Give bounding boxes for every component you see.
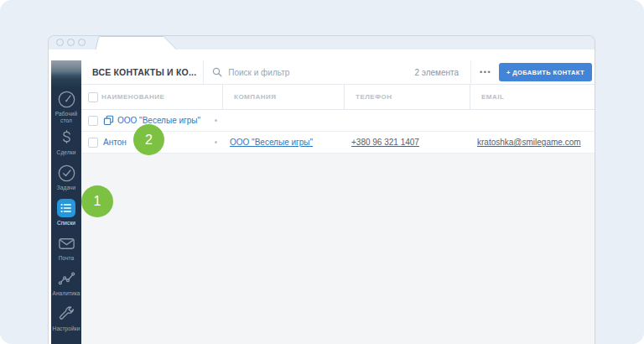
tasks-icon <box>57 164 76 183</box>
sidebar-item-label: Аналитика <box>52 290 80 297</box>
cell-email: kratoshka@smilegame.com <box>470 132 595 153</box>
analytics-icon <box>57 269 76 289</box>
settings-icon <box>57 305 76 324</box>
sidebar-item-label: Почта <box>59 255 75 262</box>
browser-window: Рабочий стол Сделки Задачи <box>48 35 595 344</box>
phone-link[interactable]: +380 96 321 1407 <box>351 138 419 147</box>
content-filler <box>81 154 595 344</box>
row-checkbox[interactable] <box>88 138 98 148</box>
sidebar-item-label: Списки <box>57 220 75 227</box>
sidebar-item-label: Задачи <box>57 185 75 191</box>
sidebar: Рабочий стол Сделки Задачи <box>51 60 81 344</box>
cell-company: ООО "Веселые игры" <box>222 132 344 153</box>
cell-phone <box>344 110 470 131</box>
sidebar-item-lists[interactable]: Списки <box>51 195 81 230</box>
browser-title-bar <box>49 36 595 50</box>
sidebar-item-mail[interactable]: Почта <box>51 230 81 265</box>
sidebar-item-dashboard[interactable]: Рабочий стол <box>51 89 81 124</box>
browser-tab[interactable] <box>49 36 191 50</box>
app-header: ВСЕ КОНТАКТЫ И КО... 2 элемента ••• + ДО… <box>81 60 595 85</box>
crm-app: Рабочий стол Сделки Задачи <box>51 60 595 344</box>
lists-icon <box>56 198 76 218</box>
sidebar-item-label: Сделки <box>57 149 76 156</box>
cell-email <box>470 110 595 131</box>
dashboard-icon <box>57 90 76 109</box>
header-divider-2 <box>470 60 471 84</box>
company-link[interactable]: ООО "Веселые игры" <box>230 138 313 147</box>
sidebar-item-tasks[interactable]: Задачи <box>51 159 81 195</box>
email-link[interactable]: kratoshka@smilegame.com <box>477 138 581 147</box>
column-header-name: НАИМЕНОВАНИЕ <box>81 85 222 109</box>
add-contact-button[interactable]: + ДОБАВИТЬ КОНТАКТ <box>499 63 592 81</box>
row-options-dot[interactable] <box>215 119 217 122</box>
column-label: ТЕЛЕФОН <box>356 93 392 101</box>
row-checkbox[interactable] <box>88 116 98 126</box>
sidebar-item-deals[interactable]: Сделки <box>51 124 81 159</box>
sidebar-item-settings[interactable]: Настройки <box>51 300 81 336</box>
contact-name-link[interactable]: ООО "Веселые игры" <box>117 116 200 125</box>
search-icon <box>212 67 222 77</box>
column-header-phone: ТЕЛЕФОН <box>344 85 470 109</box>
sidebar-item-label: Рабочий стол <box>51 111 81 124</box>
search-bar <box>204 67 389 78</box>
search-input[interactable] <box>226 67 389 78</box>
column-header-company: КОМПАНИЯ <box>222 85 344 109</box>
sidebar-item-analytics[interactable]: Аналитика <box>51 265 81 300</box>
sidebar-item-label: Настройки <box>53 326 80 332</box>
table-header: НАИМЕНОВАНИЕ КОМПАНИЯ ТЕЛЕФОН EMAIL <box>81 85 595 110</box>
deals-icon <box>57 128 76 148</box>
annotation-badge-1: 1 <box>81 185 113 217</box>
select-all-checkbox[interactable] <box>88 92 98 102</box>
header-right: 2 элемента ••• + ДОБАВИТЬ КОНТАКТ <box>415 60 595 84</box>
screenshot-canvas: Рабочий стол Сделки Задачи <box>0 0 644 344</box>
column-header-email: EMAIL <box>470 85 595 109</box>
column-label: НАИМЕНОВАНИЕ <box>101 93 164 101</box>
more-menu-icon[interactable]: ••• <box>480 68 491 76</box>
row-options-dot[interactable] <box>215 141 217 143</box>
items-count: 2 элемента <box>415 68 460 77</box>
annotation-badge-2: 2 <box>133 124 164 155</box>
cell-phone: +380 96 321 1407 <box>344 132 470 153</box>
column-label: EMAIL <box>481 93 504 101</box>
main-area: ВСЕ КОНТАКТЫ И КО... 2 элемента ••• + ДО… <box>81 60 595 344</box>
page-title: ВСЕ КОНТАКТЫ И КО... <box>92 67 196 77</box>
cell-company <box>222 110 344 131</box>
company-icon <box>103 115 114 126</box>
contact-name-link[interactable]: Антон <box>103 138 127 147</box>
account-photo[interactable] <box>51 60 81 89</box>
column-label: КОМПАНИЯ <box>234 93 277 101</box>
mail-icon <box>57 234 76 253</box>
